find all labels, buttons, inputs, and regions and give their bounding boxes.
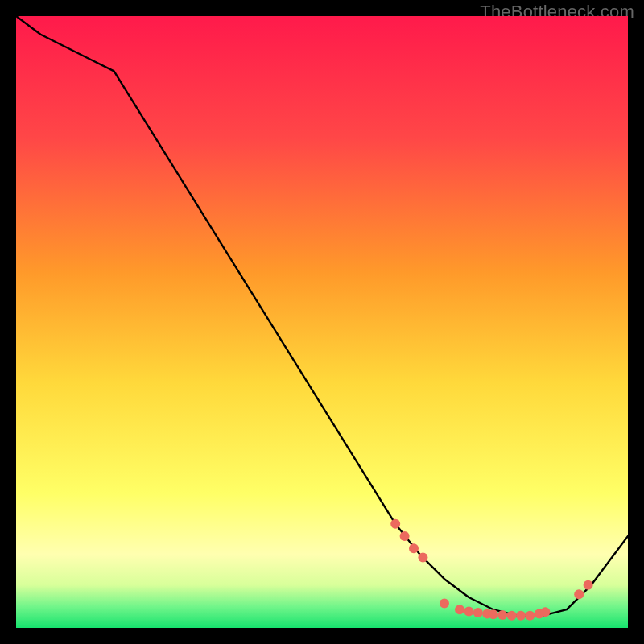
bottleneck-chart (16, 16, 628, 628)
marker-point (540, 607, 550, 617)
chart-stage: TheBottleneck.com (0, 0, 644, 644)
gradient-background (16, 16, 628, 628)
marker-point (525, 611, 535, 621)
marker-point (516, 611, 526, 621)
marker-point (390, 519, 400, 529)
marker-point (409, 543, 419, 553)
marker-point (418, 553, 427, 563)
marker-point (584, 580, 593, 590)
marker-point (400, 531, 410, 541)
marker-point (473, 608, 483, 617)
marker-point (440, 599, 449, 609)
marker-point (574, 589, 584, 599)
marker-point (489, 609, 498, 619)
plot-area (16, 16, 628, 628)
marker-point (507, 611, 517, 621)
marker-point (455, 605, 464, 614)
marker-point (497, 610, 507, 620)
marker-point (464, 606, 473, 616)
